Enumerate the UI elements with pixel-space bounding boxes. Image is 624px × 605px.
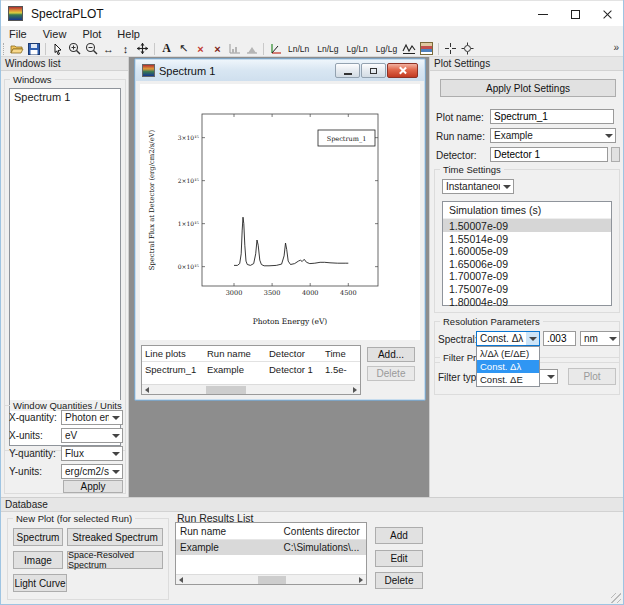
scroll-right-icon[interactable]	[350, 385, 360, 395]
cell-contents-directory: C:\Simulations\...	[280, 540, 366, 555]
x-quantity-combo[interactable]: Photon energy	[61, 410, 123, 425]
dropdown-option[interactable]: Const. ΔE	[477, 373, 539, 386]
new-spectrum-button[interactable]: Spectrum	[13, 528, 63, 546]
resolution-unit-combo[interactable]: nm	[580, 331, 620, 346]
add-line-plot-button[interactable]: Add...	[367, 347, 415, 362]
minimize-button[interactable]	[527, 1, 559, 27]
sim-time-item[interactable]: 1.65006e-09	[443, 257, 611, 270]
spectral-dropdown-popup: λ/Δλ (E/ΔE) Const. Δλ Const. ΔE	[476, 346, 540, 387]
scale-lgln-label: Lg/Ln	[344, 44, 371, 54]
zoom-in-button[interactable]	[66, 41, 83, 56]
new-image-button[interactable]: Image	[13, 551, 63, 569]
new-streaked-spectrum-button[interactable]: Streaked Spectrum	[67, 528, 163, 546]
histogram-axis-2-button[interactable]	[243, 41, 260, 56]
run-name-combo[interactable]: Example	[490, 128, 616, 143]
arrow-tool-button[interactable]: ↖	[175, 41, 192, 56]
plot-name-input[interactable]	[490, 109, 614, 124]
zoom-out-button[interactable]	[83, 41, 100, 56]
axes-icon	[269, 43, 282, 55]
child-maximize-button[interactable]	[361, 63, 386, 78]
axes-button[interactable]	[267, 41, 284, 56]
spectral-combo[interactable]: Const. Δλ	[476, 331, 540, 346]
dropdown-option[interactable]: λ/Δλ (E/ΔE)	[477, 347, 539, 360]
run-results-scrollbar[interactable]	[176, 574, 366, 584]
scroll-left-icon[interactable]	[142, 385, 152, 395]
table-row[interactable]: Example C:\Simulations\...	[176, 540, 366, 555]
menu-view[interactable]: View	[35, 28, 75, 40]
sim-time-item[interactable]: 1.60005e-09	[443, 244, 611, 257]
filter-plot-button[interactable]: Plot	[568, 368, 616, 385]
expand-horizontal-button[interactable]: ↔	[100, 41, 117, 56]
scroll-left-icon[interactable]	[176, 575, 186, 585]
save-icon	[28, 43, 40, 55]
y-units-combo[interactable]: erg/cm2/s/(x)	[61, 464, 123, 479]
close-icon	[398, 66, 407, 75]
new-space-resolved-spectrum-button[interactable]: Space-Resolved Spectrum	[67, 551, 163, 569]
zoom-out-icon	[85, 42, 98, 55]
scroll-right-icon[interactable]	[356, 575, 366, 585]
text-tool-button[interactable]: A	[158, 41, 175, 56]
scale-lnlg-label: Ln/Lg	[314, 44, 341, 54]
svg-text:4500: 4500	[340, 289, 357, 297]
expand-vertical-button[interactable]: ↕	[117, 41, 134, 56]
open-button[interactable]	[8, 41, 25, 56]
child-minimize-button[interactable]	[335, 63, 360, 78]
resize-grip[interactable]	[611, 593, 621, 603]
time-mode-combo[interactable]: Instantaneous	[442, 179, 514, 194]
run-add-button[interactable]: Add	[375, 527, 423, 544]
title-bar: SpectraPLOT	[1, 0, 623, 26]
chevron-down-icon	[606, 332, 619, 345]
apply-quantities-button[interactable]: Apply	[63, 480, 123, 493]
table-row[interactable]: Spectrum_1 Example Detector 1 1.5e-	[142, 362, 360, 377]
spectrum-window-titlebar[interactable]: Spectrum 1	[136, 60, 424, 81]
scrollbar-thumb[interactable]	[258, 576, 286, 584]
menu-plot[interactable]: Plot	[74, 28, 109, 40]
maximize-button[interactable]	[559, 1, 591, 27]
x-units-value: eV	[62, 430, 109, 441]
crosshair-button[interactable]	[442, 41, 459, 56]
delete-all-annotations-button[interactable]: ×	[209, 41, 226, 56]
pan-icon	[136, 42, 149, 55]
run-edit-button[interactable]: Edit	[375, 550, 423, 567]
close-button[interactable]	[591, 1, 623, 27]
run-delete-button[interactable]: Delete	[375, 572, 423, 589]
pan-button[interactable]	[134, 41, 151, 56]
scale-lglg-button[interactable]: Lg/Lg	[372, 41, 401, 56]
save-button[interactable]	[25, 41, 42, 56]
sim-time-item[interactable]: 1.75007e-09	[443, 282, 611, 295]
detector-aux-button[interactable]	[611, 147, 620, 162]
new-light-curve-button[interactable]: Light Curve	[13, 574, 67, 592]
scale-lgln-button[interactable]: Lg/Ln	[343, 41, 372, 56]
toolbar-separator	[154, 43, 155, 55]
resolution-value-input[interactable]	[543, 331, 576, 346]
menu-file[interactable]: File	[1, 28, 35, 40]
sim-time-item[interactable]: 1.50007e-09	[443, 219, 611, 232]
sim-time-item[interactable]: 1.80004e-09	[443, 295, 611, 308]
windows-list-item[interactable]: Spectrum 1	[10, 89, 120, 105]
toolbar-overflow-button[interactable]: »	[613, 42, 619, 53]
delete-line-plot-button[interactable]: Delete	[367, 366, 415, 381]
dropdown-option-selected[interactable]: Const. Δλ	[477, 360, 539, 373]
y-quantity-combo[interactable]: Flux	[61, 446, 123, 461]
expand-vertical-icon: ↕	[123, 43, 129, 55]
target-button[interactable]	[459, 41, 476, 56]
sim-time-item[interactable]: 1.70007e-09	[443, 269, 611, 282]
child-close-button[interactable]	[387, 63, 418, 78]
mdi-area: Spectrum 1 30003500400045000×10¹⁵1×10¹⁵2…	[129, 57, 429, 497]
scale-lnlg-button[interactable]: Ln/Lg	[313, 41, 342, 56]
x-quantity-value: Photon energy	[62, 412, 109, 423]
line-plots-scrollbar[interactable]	[142, 384, 360, 394]
apply-plot-settings-button[interactable]: Apply Plot Settings	[440, 79, 616, 97]
menu-help[interactable]: Help	[109, 28, 148, 40]
cursor-tool-button[interactable]	[49, 41, 66, 56]
histogram-axis-button[interactable]	[226, 41, 243, 56]
detector-input[interactable]	[490, 147, 608, 162]
x-units-combo[interactable]: eV	[61, 428, 123, 443]
delete-annotation-button[interactable]: ×	[192, 41, 209, 56]
scrollbar-thumb[interactable]	[206, 386, 246, 394]
sim-time-item[interactable]: 1.55014e-09	[443, 232, 611, 245]
delete-all-x-icon: ×	[214, 43, 220, 55]
scale-lnln-button[interactable]: Ln/Ln	[284, 41, 313, 56]
line-plot-button[interactable]	[401, 41, 418, 56]
colorbar-button[interactable]	[418, 41, 435, 56]
